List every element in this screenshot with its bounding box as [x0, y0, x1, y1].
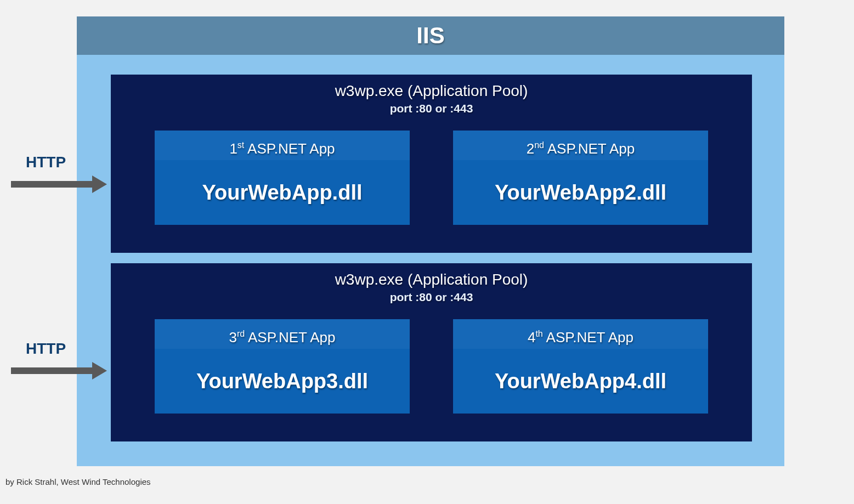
credit-text: by Rick Strahl, West Wind Technologies — [5, 477, 151, 486]
arrow-icon — [11, 362, 107, 380]
application-pool-1: w3wp.exe (Application Pool) port :80 or … — [111, 75, 752, 253]
app-title: 4th ASP.NET App — [453, 319, 708, 349]
aspnet-app-2: 2nd ASP.NET App YourWebApp2.dll — [453, 131, 708, 225]
aspnet-app-4: 4th ASP.NET App YourWebApp4.dll — [453, 319, 708, 414]
pool-port: port :80 or :443 — [111, 291, 752, 304]
arrow-icon — [11, 175, 107, 193]
app-dll: YourWebApp3.dll — [155, 349, 410, 414]
app-dll: YourWebApp.dll — [155, 160, 410, 225]
iis-container: IIS w3wp.exe (Application Pool) port :80… — [77, 16, 784, 466]
apps-row: 3rd ASP.NET App YourWebApp3.dll 4th ASP.… — [111, 319, 752, 414]
aspnet-app-1: 1st ASP.NET App YourWebApp.dll — [155, 131, 410, 225]
app-title: 1st ASP.NET App — [155, 131, 410, 160]
http-label-1: HTTP — [26, 154, 66, 171]
apps-row: 1st ASP.NET App YourWebApp.dll 2nd ASP.N… — [111, 131, 752, 225]
app-dll: YourWebApp2.dll — [453, 160, 708, 225]
svg-marker-1 — [92, 175, 107, 193]
pool-port: port :80 or :443 — [111, 102, 752, 115]
iis-title: IIS — [77, 16, 784, 55]
application-pool-2: w3wp.exe (Application Pool) port :80 or … — [111, 263, 752, 441]
app-title: 2nd ASP.NET App — [453, 131, 708, 160]
app-title: 3rd ASP.NET App — [155, 319, 410, 349]
aspnet-app-3: 3rd ASP.NET App YourWebApp3.dll — [155, 319, 410, 414]
app-dll: YourWebApp4.dll — [453, 349, 708, 414]
pool-label: w3wp.exe (Application Pool) — [111, 82, 752, 100]
http-label-2: HTTP — [26, 340, 66, 358]
svg-marker-3 — [92, 362, 107, 380]
pool-label: w3wp.exe (Application Pool) — [111, 271, 752, 288]
